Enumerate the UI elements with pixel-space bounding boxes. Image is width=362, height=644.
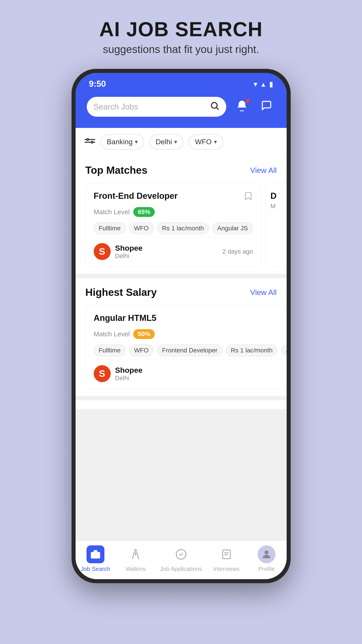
job-card-peek: D M (266, 183, 287, 267)
top-matches-view-all[interactable]: View All (250, 166, 276, 175)
page-title: AI JOB SEARCH (99, 18, 263, 41)
job-card-angular[interactable]: Angular HTML5 Match Level 50% (86, 305, 287, 389)
match-label: Match Level (94, 330, 130, 338)
bottom-nav: Job Search Walkins (76, 541, 287, 579)
nav-icon-job-search (86, 546, 104, 563)
match-row: Match Level 65% (94, 207, 253, 217)
filter-wfo-label: WFO (195, 138, 212, 146)
svg-point-14 (264, 550, 268, 554)
company-name: Shopee (115, 366, 143, 374)
highest-salary-view-all[interactable]: View All (250, 288, 276, 297)
filter-wfo[interactable]: WFO ▾ (189, 134, 223, 150)
search-input-placeholder: Search Jobs (94, 102, 206, 112)
top-matches-header: Top Matches View All (76, 156, 287, 181)
filter-delhi[interactable]: Delhi ▾ (149, 134, 183, 150)
highest-salary-title: Highest Salary (86, 286, 157, 298)
notification-dot (245, 98, 250, 103)
nav-icon-profile (258, 546, 276, 563)
nav-icon-walkins (126, 546, 144, 563)
filter-banking-label: Banking (107, 138, 133, 146)
page-subtitle: suggestions that fit you just right. (99, 43, 263, 56)
svg-line-1 (216, 108, 218, 109)
tag-frontend-dev: Frontend Developer (157, 344, 222, 356)
chevron-down-icon: ▾ (214, 138, 217, 145)
nav-label-job-applications: Job Applications (160, 566, 202, 572)
job-card-header: Angular HTML5 (94, 313, 287, 326)
job-title: Front-End Developer (94, 191, 178, 201)
nav-label-profile: Profile (258, 566, 275, 572)
nav-icon-interviews (218, 546, 236, 563)
phone-screen: 9:50 ▾ ▴ ▮ Search Jobs (76, 73, 287, 579)
chevron-down-icon: ▾ (174, 138, 177, 145)
nav-label-job-search: Job Search (81, 566, 110, 572)
nav-item-job-search[interactable]: Job Search (80, 546, 111, 572)
nav-item-job-applications[interactable]: Job Applications (160, 546, 202, 572)
tag-wfo: WFO (129, 222, 154, 234)
svg-rect-8 (91, 552, 100, 558)
status-time: 9:50 (89, 79, 106, 89)
tags-row: Fulltime WFO Rs 1 lac/month Angular JS (94, 222, 253, 234)
match-row: Match Level 50% (94, 329, 287, 339)
status-bar: 9:50 ▾ ▴ ▮ (76, 73, 287, 92)
company-logo: S (94, 365, 111, 382)
filter-banking[interactable]: Banking ▾ (100, 134, 144, 150)
company-info: S Shopee Delhi (94, 365, 143, 382)
search-bar[interactable]: Search Jobs (87, 97, 226, 117)
match-label: Match Level (94, 208, 130, 216)
match-badge: 50% (133, 329, 155, 339)
tag-fulltime: Fulltime (94, 344, 126, 356)
job-card-header: Front-End Developer (94, 191, 253, 204)
nav-item-walkins[interactable]: Walkins (120, 546, 151, 572)
company-logo: S (94, 243, 111, 260)
nav-item-profile[interactable]: Profile (251, 546, 282, 572)
tag-wfo: WFO (129, 344, 154, 356)
bookmark-icon[interactable] (243, 191, 253, 204)
job-card-frontend[interactable]: Front-End Developer Match Level 65% (86, 183, 262, 267)
battery-icon: ▮ (269, 80, 273, 88)
match-badge: 65% (133, 207, 155, 217)
posted-time: 2 days ago (222, 248, 253, 255)
company-city: Delhi (115, 252, 143, 260)
nav-item-interviews[interactable]: Interviews (211, 546, 242, 572)
tag-fulltime: Fulltime (94, 222, 126, 234)
tag-salary: Rs 1 lac/month (226, 344, 278, 356)
company-details: Shopee Delhi (115, 244, 143, 260)
message-icon (261, 100, 272, 114)
svg-rect-11 (222, 550, 230, 559)
company-row: S Shopee Delhi 2 days ago (94, 360, 287, 389)
signal-icon: ▴ (262, 80, 265, 88)
messages-button[interactable] (258, 98, 276, 116)
filter-icon[interactable] (84, 136, 95, 148)
nav-label-interviews: Interviews (213, 566, 240, 572)
content-area: Banking ▾ Delhi ▾ WFO ▾ Top Matches View… (76, 128, 287, 541)
job-title: Angular HTML5 (94, 313, 156, 323)
top-bar: Search Jobs (76, 92, 287, 128)
company-info: S Shopee Delhi (94, 243, 143, 260)
tag-angular: Angular JS (281, 344, 286, 356)
notification-button[interactable] (233, 98, 251, 116)
company-row: S Shopee Delhi 2 days ago (94, 238, 253, 267)
tag-salary: Rs 1 lac/month (157, 222, 209, 234)
spacer (76, 400, 287, 409)
wifi-icon: ▾ (254, 80, 257, 88)
highest-salary-cards-row: Angular HTML5 Match Level 50% (76, 303, 287, 396)
highest-salary-header: Highest Salary View All (76, 278, 287, 303)
tag-angular: Angular JS (212, 222, 253, 234)
nav-label-walkins: Walkins (126, 566, 146, 572)
phone-frame: 9:50 ▾ ▴ ▮ Search Jobs (72, 69, 291, 583)
top-matches-cards-row: Front-End Developer Match Level 65% (76, 181, 287, 274)
top-matches-section: Top Matches View All Front-End Developer (76, 156, 287, 274)
tags-row: Fulltime WFO Frontend Developer Rs 1 lac… (94, 344, 287, 356)
avatar (258, 546, 276, 563)
nav-icon-job-applications (172, 546, 190, 563)
search-icon (210, 101, 220, 113)
page-header: AI JOB SEARCH suggestions that fit you j… (99, 18, 263, 56)
peek-match: M (270, 202, 287, 210)
peek-title: D (270, 191, 287, 201)
status-icons: ▾ ▴ ▮ (254, 80, 273, 88)
filter-delhi-label: Delhi (156, 138, 172, 146)
company-city: Delhi (115, 374, 143, 382)
chevron-down-icon: ▾ (135, 138, 138, 145)
highest-salary-section: Highest Salary View All Angular HTML5 (76, 278, 287, 396)
top-matches-title: Top Matches (86, 164, 148, 176)
